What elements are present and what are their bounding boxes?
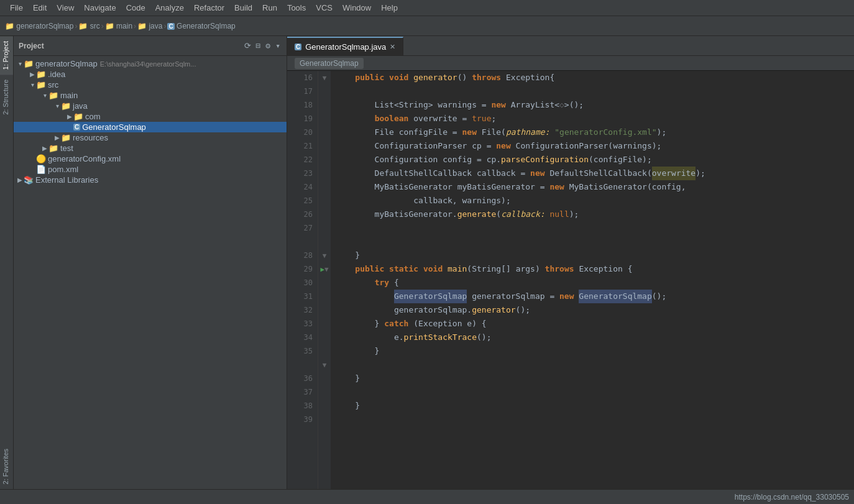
arrow-com: ▶ (66, 113, 73, 120)
menu-vcs[interactable]: VCS (311, 2, 337, 14)
pom-maven-icon: 📄 (36, 165, 46, 174)
ln-28b: 28 (292, 249, 313, 262)
menu-edit[interactable]: Edit (28, 2, 52, 14)
tree-item-test[interactable]: ▶ 📁 test (14, 143, 287, 153)
status-url[interactable]: https://blog.csdn.net/qq_33030505 (735, 493, 849, 502)
java-folder-icon: 📁 (137, 22, 147, 30)
editor-tab-generator[interactable]: C GeneratorSqlmap.java ✕ (287, 37, 403, 55)
code-line-39 (336, 413, 849, 426)
ln-31: 31 (292, 290, 313, 303)
tree-item-root[interactable]: ▾ 📁 generatorSqlmap E:\shanghai34\genera… (14, 58, 287, 69)
breadcrumb-sep-2: › (101, 22, 104, 30)
src-label: src (48, 80, 58, 89)
genconfig-xml-icon: 🟡 (36, 154, 46, 163)
breadcrumb-class[interactable]: C GeneratorSqlmap (167, 22, 235, 30)
ln-28a (292, 235, 313, 249)
project-folder-icon: 📁 (5, 22, 14, 30)
menu-navigate[interactable]: Navigate (79, 2, 121, 14)
breadcrumb-java[interactable]: 📁 java (137, 22, 162, 30)
class-java-icon: C (167, 23, 174, 30)
tree-item-java[interactable]: ▾ 📁 java (14, 101, 287, 111)
breadcrumb-sep-1: › (75, 22, 77, 30)
main-label: main (60, 91, 78, 100)
ln-29: 29 (292, 262, 313, 276)
menu-run[interactable]: Run (257, 2, 282, 14)
menu-help[interactable]: Help (376, 2, 403, 14)
arrow-src: ▾ (29, 81, 36, 88)
code-line-37 (336, 385, 849, 399)
gutter-36b (318, 372, 331, 385)
gutter-34 (318, 331, 331, 344)
tree-item-resources[interactable]: ▶ 📁 resources (14, 132, 287, 143)
menu-window[interactable]: Window (337, 2, 376, 14)
genconfig-label: generatorConfig.xml (48, 154, 121, 163)
editor-breadcrumb-bar: GeneratorSqlmap (287, 56, 854, 71)
tree-item-src[interactable]: ▾ 📁 src (14, 80, 287, 90)
generator-label: GeneratorSqlmap (82, 122, 146, 132)
panel-title: Project (19, 42, 44, 50)
gutter: ▼ ▼ ▶▼ ▼ (318, 71, 331, 489)
gutter-16[interactable]: ▼ (318, 71, 331, 85)
editor-breadcrumb-label[interactable]: GeneratorSqlmap (295, 58, 364, 69)
side-tabs: 1: Project 2: Structure 2: Favorites (0, 36, 14, 489)
arrow-idea: ▶ (29, 71, 36, 78)
ln-16: 16 (292, 71, 313, 85)
ln-22: 22 (292, 153, 313, 167)
panel-header: Project ⟳ ⊟ ⚙ ▾ (14, 36, 287, 56)
menu-build[interactable]: Build (229, 2, 257, 14)
arrow-root: ▾ (16, 60, 24, 67)
gutter-28b[interactable]: ▼ (318, 249, 331, 262)
menu-file[interactable]: File (5, 2, 28, 14)
gutter-31 (318, 290, 331, 303)
code-line-24: MyBatisGenerator myBatisGenerator = new … (336, 180, 849, 194)
com-label: com (85, 112, 101, 121)
tree-item-com[interactable]: ▶ 📁 com (14, 111, 287, 122)
breadcrumb-main[interactable]: 📁 main (105, 22, 132, 30)
tree-item-idea[interactable]: ▶ 📁 .idea (14, 69, 287, 80)
arrow-resources: ▶ (53, 134, 61, 141)
gutter-28a (318, 235, 331, 249)
code-line-25: callback, warnings); (336, 194, 849, 208)
menu-analyze[interactable]: Analyze (150, 2, 189, 14)
code-editor[interactable]: 16 17 18 19 20 21 22 23 24 25 26 27 28 2… (287, 71, 854, 489)
gutter-30 (318, 276, 331, 290)
code-line-36a (336, 358, 849, 372)
breadcrumb-sep-3: › (134, 22, 136, 30)
main-layout: 1: Project 2: Structure 2: Favorites Pro… (0, 36, 854, 489)
sidebar-tab-favorites[interactable]: 2: Favorites (0, 444, 13, 489)
gutter-29[interactable]: ▶▼ (318, 262, 331, 276)
arrow-test: ▶ (41, 145, 48, 152)
tree-item-extlibs[interactable]: ▶ 📚 External Libraries (14, 175, 287, 185)
gutter-36a[interactable]: ▼ (318, 358, 331, 372)
menu-tools[interactable]: Tools (282, 2, 311, 14)
toolbar: 📁 generatorSqlmap › 📁 src › 📁 main › 📁 j… (0, 16, 854, 36)
settings-icon[interactable]: ⚙ (264, 40, 272, 52)
sidebar-tab-project[interactable]: 1: Project (0, 36, 13, 75)
tree-item-main[interactable]: ▾ 📁 main (14, 90, 287, 101)
tree-item-pom[interactable]: 📄 pom.xml (14, 164, 287, 175)
tree-item-generator[interactable]: C GeneratorSqlmap (14, 122, 287, 132)
gutter-26 (318, 208, 331, 221)
breadcrumb: 📁 generatorSqlmap › 📁 src › 📁 main › 📁 j… (5, 22, 236, 30)
sidebar-tab-structure[interactable]: 2: Structure (0, 75, 13, 120)
breadcrumb-project[interactable]: 📁 generatorSqlmap (5, 22, 73, 30)
gutter-38 (318, 399, 331, 413)
arrow-extlibs: ▶ (16, 176, 24, 183)
ln-38: 38 (292, 399, 313, 413)
arrow-java: ▾ (53, 103, 61, 109)
menu-bar: File Edit View Navigate Code Analyze Ref… (0, 0, 854, 16)
tab-close-icon[interactable]: ✕ (390, 43, 395, 51)
options-icon[interactable]: ▾ (274, 40, 282, 52)
breadcrumb-src[interactable]: 📁 src (78, 22, 99, 30)
gutter-22 (318, 153, 331, 167)
menu-view[interactable]: View (52, 2, 79, 14)
root-label: generatorSqlmap (35, 59, 98, 68)
code-content[interactable]: public void generator() throws Exception… (331, 71, 854, 489)
menu-code[interactable]: Code (121, 2, 150, 14)
sync-icon[interactable]: ⟳ (243, 40, 252, 52)
menu-refactor[interactable]: Refactor (189, 2, 229, 14)
gutter-20 (318, 126, 331, 139)
collapse-icon[interactable]: ⊟ (255, 40, 262, 52)
tree-item-genconfig[interactable]: 🟡 generatorConfig.xml (14, 153, 287, 164)
gutter-18 (318, 98, 331, 112)
